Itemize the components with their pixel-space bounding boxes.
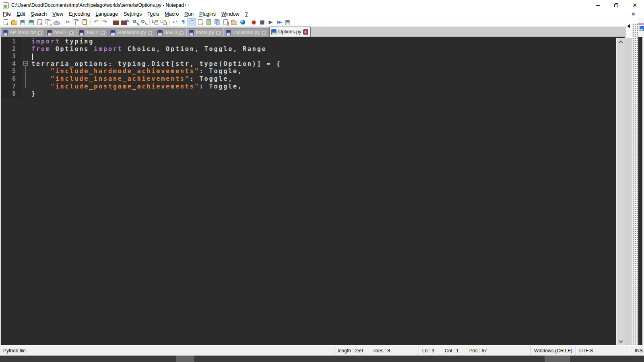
open-file-icon[interactable] — [10, 18, 19, 26]
close-all-icon[interactable]: × — [44, 18, 52, 26]
menu-help[interactable]: ? — [242, 10, 251, 18]
code-line-3[interactable]: 3 — [1, 53, 615, 60]
tab-new-3[interactable]: new 3× — [155, 28, 186, 37]
print-icon-shape — [54, 20, 60, 25]
macro-stop-icon[interactable]: ■ — [258, 18, 266, 26]
menu-window[interactable]: Window — [219, 10, 242, 18]
document-map-icon[interactable] — [204, 18, 213, 26]
tab-new-1[interactable]: new 1× — [45, 28, 76, 37]
menu-plugins[interactable]: Plugins — [196, 10, 219, 18]
cut-icon[interactable]: ✂ — [64, 18, 72, 26]
tab-ap-ideas-txt[interactable]: AP Ideas.txt× — [1, 28, 45, 37]
scroll-down-button[interactable] — [617, 338, 625, 345]
second-view-floppy-icon[interactable] — [640, 26, 644, 31]
code-line-1[interactable]: 1import typing — [1, 38, 615, 45]
plugin-lightning-icon[interactable]: ϟ — [196, 18, 204, 26]
macro-record-icon-glyph: ● — [252, 19, 256, 25]
floppy-shutter — [227, 30, 230, 32]
floppy-label — [4, 33, 7, 35]
menu-macro[interactable]: Macro — [162, 10, 182, 18]
taskbar-button[interactable] — [545, 356, 570, 362]
replace-icon[interactable]: ab — [120, 18, 128, 26]
tab-close-icon[interactable]: × — [216, 30, 221, 35]
minimize-button[interactable] — [588, 0, 607, 10]
tab-autoworld-py[interactable]: AutoWorld.py× — [108, 28, 155, 37]
menu-search[interactable]: Search — [28, 10, 50, 18]
code-line-7[interactable]: 7 "include_postgame_achievements": Toggl… — [1, 83, 615, 90]
tab-close-icon[interactable]: × — [303, 29, 308, 35]
monitoring-eye-icon[interactable] — [238, 18, 247, 26]
tab-close-icon[interactable]: × — [261, 30, 266, 35]
document-list-icon[interactable] — [213, 18, 221, 26]
paste-icon[interactable] — [80, 18, 89, 26]
tab-close-icon[interactable]: × — [147, 30, 153, 35]
menu-settings[interactable]: Settings — [121, 10, 144, 18]
word-wrap-icon-glyph: ↩ — [173, 19, 177, 25]
menu-file[interactable]: File — [0, 10, 14, 18]
line-number: 6 — [1, 75, 21, 83]
tab-new-2[interactable]: new 2× — [77, 28, 108, 37]
splitter-collapse-left-icon[interactable] — [627, 24, 630, 28]
sync-vertical-scroll-icon[interactable] — [151, 18, 159, 26]
menu-tools[interactable]: Tools — [144, 10, 162, 18]
editor[interactable]: 1import typing2from Options import Choic… — [0, 37, 625, 345]
macro-save-icon[interactable] — [283, 18, 292, 26]
code-line-5[interactable]: 5 "include_hardmode_achievements": Toggl… — [1, 68, 615, 75]
badge: + — [6, 22, 9, 26]
function-list-icon[interactable]: ƒ — [221, 18, 230, 26]
new-file-icon[interactable]: + — [2, 18, 10, 26]
code-line-8[interactable]: 8} — [1, 90, 615, 98]
zoom-in-icon[interactable]: + — [131, 18, 140, 26]
copy-icon[interactable] — [72, 18, 80, 26]
scroll-up-button[interactable] — [617, 38, 625, 45]
find-icon[interactable] — [111, 18, 120, 26]
status-encoding[interactable]: UTF-8 — [576, 346, 629, 356]
fold-marker-icon[interactable] — [23, 61, 28, 66]
code-line-2[interactable]: 2from Options import Choice, Option, Tog… — [1, 45, 615, 53]
taskbar-button[interactable] — [176, 356, 194, 362]
redo-icon[interactable]: ↷ — [100, 18, 109, 26]
macro-record-icon[interactable]: ● — [250, 18, 258, 26]
tab-locations-py[interactable]: Locations.py× — [224, 28, 269, 37]
toolbar-separator — [62, 19, 62, 25]
tab-close-icon[interactable]: × — [100, 30, 105, 35]
vertical-scrollbar[interactable] — [616, 38, 625, 345]
title-bar[interactable]: C:\Users\Dood\Documents\tmp\Archipelago\… — [0, 0, 644, 10]
restore-button[interactable] — [607, 0, 625, 10]
floppy-label — [21, 23, 25, 25]
menu-view[interactable]: View — [50, 10, 66, 18]
menubar-close-icon[interactable]: × — [632, 11, 635, 17]
tab-close-icon[interactable]: × — [37, 30, 42, 35]
bar — [191, 22, 194, 22]
fold-margin — [21, 75, 31, 83]
menu-run[interactable]: Run — [182, 10, 196, 18]
macro-play-icon[interactable]: ▶ — [266, 18, 275, 26]
print-icon[interactable] — [52, 18, 61, 26]
tab-options-py[interactable]: Options.py× — [269, 27, 310, 37]
code-line-4[interactable]: 4terraria_options: typing.Dict[str, type… — [1, 60, 615, 68]
save-all-icon[interactable] — [27, 18, 35, 26]
menu-language[interactable]: Language — [93, 10, 121, 18]
taskbar-strip — [0, 356, 644, 362]
close-file-icon[interactable]: × — [35, 18, 44, 26]
macro-run-multiple-icon[interactable]: ▶▶ — [275, 18, 283, 26]
indent-guide-icon[interactable] — [188, 18, 196, 26]
tab-items-py[interactable]: Items.py× — [187, 28, 223, 37]
sync-horizontal-scroll-icon[interactable] — [159, 18, 168, 26]
menu-edit[interactable]: Edit — [14, 10, 28, 18]
code-line-6[interactable]: 6 "include_insane_achievements": Toggle, — [1, 75, 615, 83]
undo-icon[interactable]: ↶ — [92, 18, 100, 26]
status-insert-mode[interactable]: INS — [629, 346, 644, 356]
folder-as-workspace-icon[interactable] — [230, 18, 238, 26]
tab-close-icon[interactable]: × — [179, 30, 184, 35]
save-icon[interactable] — [19, 18, 27, 26]
close-button[interactable]: × — [625, 0, 644, 10]
view-splitter[interactable] — [632, 23, 638, 345]
show-all-characters-icon[interactable]: ¶ — [179, 18, 188, 26]
status-length-lines: length : 259 lines : 8 — [334, 346, 419, 356]
menu-encoding[interactable]: Encoding — [66, 10, 93, 18]
word-wrap-icon[interactable]: ↩ — [171, 18, 179, 26]
tab-close-icon[interactable]: × — [69, 30, 74, 35]
zoom-out-icon[interactable]: − — [140, 18, 148, 26]
status-eol-format[interactable]: Windows (CR LF) — [530, 346, 576, 356]
